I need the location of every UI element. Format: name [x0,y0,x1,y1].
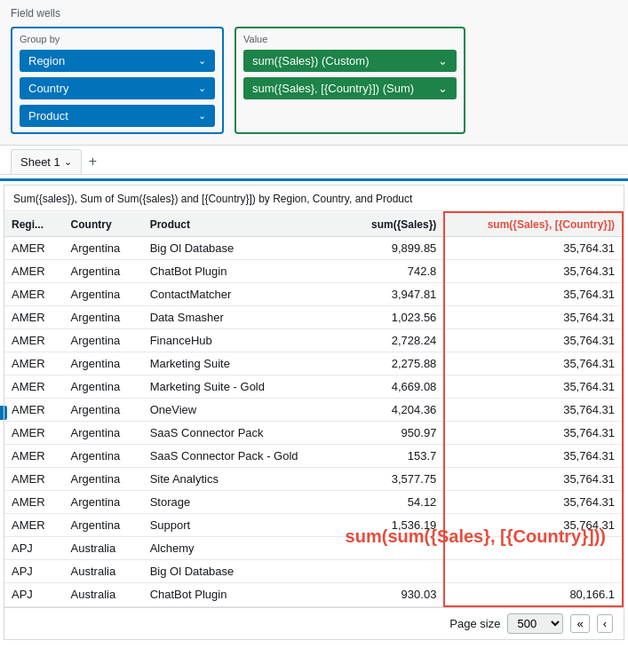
sum-sales-country-pill[interactable]: sum({Sales}, [{Country}]) (Sum) ⌄ [243,77,457,99]
table-row: APJ Australia ChatBot Plugin 930.03 80,1… [4,583,623,607]
cell-product: SaaS Connector Pack [143,422,345,445]
cell-product: Site Analytics [143,468,345,491]
cell-sum-sales-country: 35,764.31 [444,399,623,422]
cell-sum-sales: 54.12 [345,491,444,514]
prev-page-button[interactable]: ‹ [597,614,613,633]
cell-product: ContactMatcher [143,283,345,306]
cell-country: Argentina [64,445,143,468]
sheet-tab-1[interactable]: Sheet 1 ⌄ [11,149,82,174]
cell-sum-sales-country: 35,764.31 [444,329,623,352]
cell-sum-sales-country: 35,764.31 [444,514,623,537]
cell-region: AMER [4,468,64,491]
cell-region: AMER [4,376,64,399]
value-container: Value sum({Sales}) (Custom) ⌄ sum({Sales… [235,27,465,134]
table-row: APJ Australia Big Ol Database [4,560,623,583]
cell-sum-sales: 153.7 [345,445,444,468]
cell-sum-sales-country: 35,764.31 [444,491,623,514]
cell-region: APJ [4,583,64,607]
cell-country: Australia [64,560,143,583]
cell-product: Support [143,514,345,537]
page-size-label: Page size [449,617,500,630]
cell-product: ChatBot Plugin [143,260,345,283]
cell-sum-sales-country: 35,764.31 [444,352,623,376]
cell-product: FinanceHub [143,329,345,352]
field-wells-row: Group by Region ⌄ Country ⌄ Product ⌄ Va… [11,27,617,134]
table-row: APJ Australia Alchemy [4,537,623,560]
cell-sum-sales [345,560,444,583]
cell-country: Argentina [64,352,143,376]
page-size-select[interactable]: 500 100 250 1000 [507,613,563,634]
table-row: AMER Argentina Marketing Suite - Gold 4,… [4,376,623,399]
cell-country: Argentina [64,260,143,283]
product-pill-label: Product [28,109,68,123]
visual-title: Sum({sales}), Sum of Sum({sales}) and [{… [4,186,624,211]
cell-product: Big Ol Database [143,237,345,260]
table-row: AMER Argentina Storage 54.12 35,764.31 [4,491,623,514]
cell-product: SaaS Connector Pack - Gold [143,445,345,468]
country-pill-label: Country [28,82,69,95]
data-table: Regi... Country Product sum({Sales}) sum… [4,211,624,607]
table-row: AMER Argentina Data Smasher 1,023.56 35,… [4,306,623,329]
sum-sales-custom-chevron-icon: ⌄ [438,54,448,67]
group-by-container: Group by Region ⌄ Country ⌄ Product ⌄ [11,27,224,134]
sum-sales-custom-pill[interactable]: sum({Sales}) (Custom) ⌄ [243,50,457,72]
cell-region: AMER [4,329,64,352]
cell-sum-sales: 1,023.56 [345,306,444,329]
canvas-top-border [0,178,628,181]
cell-country: Australia [64,537,143,560]
product-chevron-icon: ⌄ [198,110,206,122]
table-header: Regi... Country Product sum({Sales}) sum… [4,212,623,237]
cell-sum-sales: 930.03 [345,583,444,607]
sum-sales-country-chevron-icon: ⌄ [438,82,448,95]
cell-region: APJ [4,560,64,583]
cell-country: Argentina [64,468,143,491]
cell-sum-sales-country: 80,166.1 [444,583,623,607]
cell-region: AMER [4,352,64,376]
cell-sum-sales: 2,275.88 [345,352,444,376]
cell-region: AMER [4,283,64,306]
country-pill[interactable]: Country ⌄ [20,77,215,99]
country-chevron-icon: ⌄ [198,83,206,94]
cell-sum-sales-country: 35,764.31 [444,422,623,445]
sum-sales-country-label: sum({Sales}, [{Country}]) (Sum) [252,82,414,95]
cell-country: Argentina [64,237,143,260]
col-header-country: Country [64,212,143,237]
cell-country: Argentina [64,422,143,445]
cell-country: Argentina [64,514,143,537]
region-pill-label: Region [28,54,65,67]
cell-region: AMER [4,491,64,514]
product-pill[interactable]: Product ⌄ [20,105,215,127]
cell-sum-sales: 1,536.19 [345,514,444,537]
cell-sum-sales: 9,899.85 [345,237,444,260]
sheet-tab-dropdown-icon: ⌄ [64,156,72,168]
cell-sum-sales [345,537,444,560]
sum-sales-custom-label: sum({Sales}) (Custom) [252,54,369,67]
cell-region: AMER [4,514,64,537]
cell-product: Big Ol Database [143,560,345,583]
cell-country: Argentina [64,491,143,514]
cell-region: APJ [4,537,64,560]
canvas-area: Sum({sales}), Sum of Sum({sales}) and [{… [0,175,628,640]
cell-sum-sales-country: 35,764.31 [444,306,623,329]
first-page-button[interactable]: « [570,614,589,633]
cell-product: Alchemy [143,537,345,560]
cell-sum-sales: 4,669.08 [345,376,444,399]
cell-sum-sales-country [444,537,623,560]
cell-product: OneView [143,399,345,422]
table-row: AMER Argentina FinanceHub 2,728.24 35,76… [4,329,623,352]
table-scroll-area[interactable]: Regi... Country Product sum({Sales}) sum… [4,211,624,607]
col-header-sum-sales-country: sum({Sales}, [{Country}]) [444,212,623,237]
sheet-tabs-bar: Sheet 1 ⌄ + [0,146,628,175]
cell-sum-sales: 2,728.24 [345,329,444,352]
cell-region: AMER [4,306,64,329]
region-pill[interactable]: Region ⌄ [20,50,215,72]
cell-country: Argentina [64,399,143,422]
group-by-label: Group by [20,34,215,44]
add-sheet-button[interactable]: + [82,150,104,173]
table-row: AMER Argentina OneView 4,204.36 35,764.3… [4,399,623,422]
cell-sum-sales-country: 35,764.31 [444,283,623,306]
cell-country: Argentina [64,306,143,329]
cell-region: AMER [4,445,64,468]
cell-region: AMER [4,260,64,283]
pagination-row: Page size 500 100 250 1000 « ‹ [4,607,624,639]
